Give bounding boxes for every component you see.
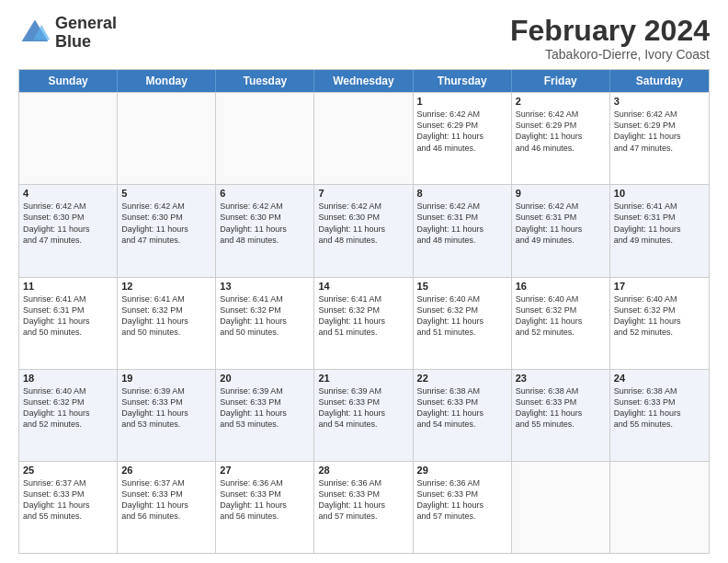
day-info: Sunrise: 6:36 AMSunset: 6:33 PMDaylight:… xyxy=(220,477,310,523)
day-info: Sunrise: 6:42 AMSunset: 6:31 PMDaylight:… xyxy=(417,201,507,246)
day-info: Sunrise: 6:40 AMSunset: 6:32 PMDaylight:… xyxy=(516,293,606,339)
day-info: Sunrise: 6:41 AMSunset: 6:32 PMDaylight:… xyxy=(220,293,310,339)
cal-cell-r0c3 xyxy=(314,93,413,184)
day-number: 19 xyxy=(121,373,211,384)
day-info: Sunrise: 6:40 AMSunset: 6:32 PMDaylight:… xyxy=(614,293,705,339)
cal-cell-r3c1: 19Sunrise: 6:39 AMSunset: 6:33 PMDayligh… xyxy=(118,370,216,461)
day-number: 20 xyxy=(220,373,310,384)
day-number: 25 xyxy=(23,465,113,476)
logo-text: General Blue xyxy=(55,15,117,52)
cal-cell-r1c3: 7Sunrise: 6:42 AMSunset: 6:30 PMDaylight… xyxy=(314,185,413,276)
day-number: 5 xyxy=(121,188,211,199)
page: General Blue February 2024 Tabakoro-Dier… xyxy=(0,0,728,563)
day-info: Sunrise: 6:42 AMSunset: 6:29 PMDaylight:… xyxy=(417,109,507,154)
day-number: 18 xyxy=(23,373,113,384)
day-number: 23 xyxy=(516,373,606,384)
cal-cell-r2c4: 15Sunrise: 6:40 AMSunset: 6:32 PMDayligh… xyxy=(414,278,512,369)
day-number: 14 xyxy=(318,281,408,292)
cal-cell-r0c5: 2Sunrise: 6:42 AMSunset: 6:29 PMDaylight… xyxy=(512,93,610,184)
cal-cell-r0c4: 1Sunrise: 6:42 AMSunset: 6:29 PMDaylight… xyxy=(414,93,512,184)
cal-cell-r0c6: 3Sunrise: 6:42 AMSunset: 6:29 PMDaylight… xyxy=(610,93,709,184)
day-info: Sunrise: 6:39 AMSunset: 6:33 PMDaylight:… xyxy=(318,385,408,431)
day-number: 6 xyxy=(220,188,310,199)
cal-cell-r0c1 xyxy=(118,93,216,184)
cal-header-friday: Friday xyxy=(512,70,610,92)
day-info: Sunrise: 6:40 AMSunset: 6:32 PMDaylight:… xyxy=(23,385,113,431)
cal-row-0: 1Sunrise: 6:42 AMSunset: 6:29 PMDaylight… xyxy=(19,92,709,184)
day-number: 1 xyxy=(417,96,507,107)
cal-cell-r2c6: 17Sunrise: 6:40 AMSunset: 6:32 PMDayligh… xyxy=(610,278,709,369)
calendar-body: 1Sunrise: 6:42 AMSunset: 6:29 PMDaylight… xyxy=(19,92,709,553)
cal-cell-r2c3: 14Sunrise: 6:41 AMSunset: 6:32 PMDayligh… xyxy=(314,278,413,369)
day-info: Sunrise: 6:38 AMSunset: 6:33 PMDaylight:… xyxy=(516,385,606,431)
day-number: 3 xyxy=(614,96,705,107)
cal-cell-r4c6 xyxy=(610,462,709,553)
cal-cell-r2c2: 13Sunrise: 6:41 AMSunset: 6:32 PMDayligh… xyxy=(216,278,314,369)
day-info: Sunrise: 6:36 AMSunset: 6:33 PMDaylight:… xyxy=(417,477,507,523)
calendar: SundayMondayTuesdayWednesdayThursdayFrid… xyxy=(18,69,710,554)
cal-header-thursday: Thursday xyxy=(414,70,512,92)
day-number: 28 xyxy=(318,465,408,476)
day-number: 8 xyxy=(417,188,507,199)
cal-cell-r1c5: 9Sunrise: 6:42 AMSunset: 6:31 PMDaylight… xyxy=(512,185,610,276)
day-number: 29 xyxy=(417,465,507,476)
day-info: Sunrise: 6:39 AMSunset: 6:33 PMDaylight:… xyxy=(220,385,310,431)
day-info: Sunrise: 6:42 AMSunset: 6:29 PMDaylight:… xyxy=(614,109,705,154)
cal-header-sunday: Sunday xyxy=(19,70,118,92)
day-number: 10 xyxy=(614,188,705,199)
day-number: 24 xyxy=(614,373,705,384)
cal-header-monday: Monday xyxy=(118,70,216,92)
cal-cell-r3c6: 24Sunrise: 6:38 AMSunset: 6:33 PMDayligh… xyxy=(610,370,709,461)
title-block: February 2024 Tabakoro-Dierre, Ivory Coa… xyxy=(510,15,710,62)
cal-cell-r2c0: 11Sunrise: 6:41 AMSunset: 6:31 PMDayligh… xyxy=(19,278,118,369)
cal-row-1: 4Sunrise: 6:42 AMSunset: 6:30 PMDaylight… xyxy=(19,184,709,276)
cal-cell-r3c0: 18Sunrise: 6:40 AMSunset: 6:32 PMDayligh… xyxy=(19,370,118,461)
calendar-header-row: SundayMondayTuesdayWednesdayThursdayFrid… xyxy=(19,70,709,92)
cal-cell-r4c2: 27Sunrise: 6:36 AMSunset: 6:33 PMDayligh… xyxy=(216,462,314,553)
logo-line2: Blue xyxy=(55,33,117,52)
day-info: Sunrise: 6:42 AMSunset: 6:30 PMDaylight:… xyxy=(220,201,310,246)
day-info: Sunrise: 6:42 AMSunset: 6:31 PMDaylight:… xyxy=(516,201,606,246)
day-number: 22 xyxy=(417,373,507,384)
day-info: Sunrise: 6:41 AMSunset: 6:32 PMDaylight:… xyxy=(318,293,408,339)
cal-cell-r4c0: 25Sunrise: 6:37 AMSunset: 6:33 PMDayligh… xyxy=(19,462,118,553)
day-info: Sunrise: 6:41 AMSunset: 6:32 PMDaylight:… xyxy=(121,293,211,339)
day-number: 15 xyxy=(417,281,507,292)
cal-cell-r2c5: 16Sunrise: 6:40 AMSunset: 6:32 PMDayligh… xyxy=(512,278,610,369)
day-number: 4 xyxy=(23,188,113,199)
day-info: Sunrise: 6:42 AMSunset: 6:30 PMDaylight:… xyxy=(318,201,408,246)
day-number: 2 xyxy=(516,96,606,107)
cal-cell-r3c4: 22Sunrise: 6:38 AMSunset: 6:33 PMDayligh… xyxy=(414,370,512,461)
day-number: 17 xyxy=(614,281,705,292)
day-info: Sunrise: 6:40 AMSunset: 6:32 PMDaylight:… xyxy=(417,293,507,339)
day-info: Sunrise: 6:38 AMSunset: 6:33 PMDaylight:… xyxy=(417,385,507,431)
day-info: Sunrise: 6:42 AMSunset: 6:30 PMDaylight:… xyxy=(23,201,113,246)
day-number: 16 xyxy=(516,281,606,292)
logo-line1: General xyxy=(55,15,117,33)
day-info: Sunrise: 6:41 AMSunset: 6:31 PMDaylight:… xyxy=(614,201,705,246)
logo-icon xyxy=(18,17,51,50)
cal-cell-r4c5 xyxy=(512,462,610,553)
cal-cell-r1c0: 4Sunrise: 6:42 AMSunset: 6:30 PMDaylight… xyxy=(19,185,118,276)
day-number: 26 xyxy=(121,465,211,476)
day-info: Sunrise: 6:42 AMSunset: 6:29 PMDaylight:… xyxy=(516,109,606,154)
day-info: Sunrise: 6:38 AMSunset: 6:33 PMDaylight:… xyxy=(614,385,705,431)
day-number: 27 xyxy=(220,465,310,476)
cal-cell-r4c4: 29Sunrise: 6:36 AMSunset: 6:33 PMDayligh… xyxy=(414,462,512,553)
cal-cell-r1c1: 5Sunrise: 6:42 AMSunset: 6:30 PMDaylight… xyxy=(118,185,216,276)
cal-cell-r4c3: 28Sunrise: 6:36 AMSunset: 6:33 PMDayligh… xyxy=(314,462,413,553)
day-number: 7 xyxy=(318,188,408,199)
day-info: Sunrise: 6:42 AMSunset: 6:30 PMDaylight:… xyxy=(121,201,211,246)
cal-cell-r1c2: 6Sunrise: 6:42 AMSunset: 6:30 PMDaylight… xyxy=(216,185,314,276)
cal-cell-r0c2 xyxy=(216,93,314,184)
day-number: 21 xyxy=(318,373,408,384)
day-info: Sunrise: 6:37 AMSunset: 6:33 PMDaylight:… xyxy=(23,477,113,523)
cal-cell-r1c4: 8Sunrise: 6:42 AMSunset: 6:31 PMDaylight… xyxy=(414,185,512,276)
cal-cell-r3c5: 23Sunrise: 6:38 AMSunset: 6:33 PMDayligh… xyxy=(512,370,610,461)
day-number: 11 xyxy=(23,281,113,292)
main-title: February 2024 xyxy=(510,15,710,47)
cal-header-saturday: Saturday xyxy=(610,70,709,92)
cal-row-2: 11Sunrise: 6:41 AMSunset: 6:31 PMDayligh… xyxy=(19,277,709,369)
day-info: Sunrise: 6:37 AMSunset: 6:33 PMDaylight:… xyxy=(121,477,211,523)
header: General Blue February 2024 Tabakoro-Dier… xyxy=(18,15,710,62)
